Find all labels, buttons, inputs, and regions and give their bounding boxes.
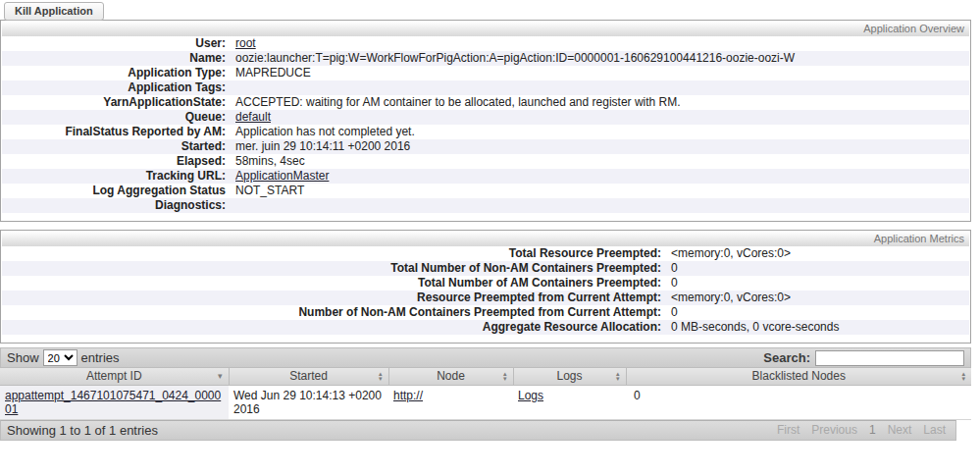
table-length-search-bar: Show 20 entries Search:	[0, 347, 971, 368]
info-row-started: Started: mer. juin 29 10:14:11 +0200 201…	[2, 139, 969, 154]
attempt-row: appattempt_1467101075471_0424_000001 Wed…	[0, 385, 971, 419]
info-value: ACCEPTED: waiting for AM container to be…	[233, 95, 681, 110]
info-value: mer. juin 29 10:14:11 +0200 2016	[233, 139, 410, 154]
column-label: Attempt ID	[86, 369, 142, 383]
info-label: Elapsed:	[2, 154, 233, 169]
column-header-blacklisted-nodes[interactable]: Blacklisted Nodes	[626, 368, 971, 385]
metric-row-non-am-containers-current-attempt: Number of Non-AM Containers Preempted fr…	[2, 305, 969, 320]
metric-row-resource-preempted-current-attempt: Resource Preempted from Current Attempt:…	[2, 291, 969, 305]
info-label: Diagnostics:	[2, 198, 233, 213]
metric-row-aggregate-resource-allocation: Aggregate Resource Allocation: 0 MB-seco…	[2, 320, 969, 335]
column-label: Node	[437, 369, 465, 383]
info-row-name: Name: oozie:launcher:T=pig:W=WorkFlowFor…	[2, 51, 969, 66]
table-footer-bar: Showing 1 to 1 of 1 entries First Previo…	[0, 420, 956, 441]
sort-both-icon	[616, 371, 620, 381]
application-metrics-header: Application Metrics	[2, 232, 969, 246]
info-row-diagnostics: Diagnostics:	[2, 198, 969, 213]
pagination-page-1-button[interactable]: 1	[869, 423, 876, 437]
info-label: YarnApplicationState:	[2, 95, 233, 110]
info-label: Application Tags:	[2, 80, 233, 95]
search-input[interactable]	[815, 350, 964, 366]
info-row-elapsed: Elapsed: 58mins, 4sec	[2, 154, 969, 169]
info-row-user: User: root	[2, 36, 969, 51]
info-value: 58mins, 4sec	[233, 154, 305, 169]
metric-row-total-resource-preempted: Total Resource Preempted: <memory:0, vCo…	[2, 246, 969, 261]
info-label: Started:	[2, 139, 233, 154]
info-row-application-tags: Application Tags:	[2, 80, 969, 95]
info-label: FinalStatus Reported by AM:	[2, 125, 233, 139]
pagination-last-button[interactable]: Last	[923, 423, 946, 437]
sort-desc-icon	[218, 372, 223, 381]
column-header-logs[interactable]: Logs	[513, 368, 626, 385]
node-link[interactable]: http://	[393, 389, 423, 402]
info-label: Queue:	[2, 110, 233, 125]
pagination-next-button[interactable]: Next	[888, 423, 912, 437]
entries-label: entries	[81, 350, 120, 365]
table-info-text: Showing 1 to 1 of 1 entries	[7, 423, 158, 438]
metric-row-non-am-containers-preempted: Total Number of Non-AM Containers Preemp…	[2, 261, 969, 276]
blacklisted-nodes-cell: 0	[626, 385, 971, 419]
queue-link[interactable]: default	[235, 110, 271, 124]
info-label: Name:	[2, 51, 233, 66]
pagination-previous-button[interactable]: Previous	[811, 423, 857, 437]
column-header-attempt-id[interactable]: Attempt ID	[0, 368, 229, 385]
info-value: MAPREDUCE	[233, 66, 311, 80]
info-value: default	[233, 110, 271, 125]
info-value: NOT_START	[233, 184, 304, 198]
show-label: Show	[7, 350, 39, 365]
info-row-tracking-url: Tracking URL: ApplicationMaster	[2, 169, 969, 184]
info-label: Log Aggregation Status	[2, 184, 233, 198]
info-label: Total Number of Non-AM Containers Preemp…	[2, 261, 669, 276]
attempts-table-wrapper: Show 20 entries Search: Attempt ID	[0, 347, 971, 441]
pagination: First Previous 1 Next Last	[777, 423, 950, 437]
attempt-id-cell: appattempt_1467101075471_0424_000001	[0, 385, 229, 419]
info-value: Application has not completed yet.	[233, 125, 415, 139]
info-label: Application Type:	[2, 66, 233, 80]
info-value: <memory:0, vCores:0>	[669, 291, 791, 305]
tracking-url-link[interactable]: ApplicationMaster	[235, 169, 329, 183]
user-link[interactable]: root	[235, 36, 256, 50]
logs-cell: Logs	[513, 385, 626, 419]
column-label: Started	[289, 369, 328, 383]
column-header-node[interactable]: Node	[388, 368, 513, 385]
column-label: Logs	[556, 369, 582, 383]
sort-both-icon	[503, 371, 507, 381]
page-size-select[interactable]: 20	[43, 349, 77, 366]
info-row-yarn-application-state: YarnApplicationState: ACCEPTED: waiting …	[2, 95, 969, 110]
info-label: Total Resource Preempted:	[2, 246, 669, 261]
info-row-log-aggregation-status: Log Aggregation Status NOT_START	[2, 184, 969, 198]
info-label: Tracking URL:	[2, 169, 233, 184]
node-cell: http://	[388, 385, 513, 419]
column-header-started[interactable]: Started	[229, 368, 388, 385]
info-row-application-type: Application Type: MAPREDUCE	[2, 66, 969, 80]
application-overview-header: Application Overview	[2, 22, 969, 36]
info-value: 0	[669, 276, 678, 291]
pagination-first-button[interactable]: First	[777, 423, 799, 437]
column-label: Blacklisted Nodes	[752, 369, 846, 383]
application-metrics-section: Application Metrics Total Resource Preem…	[0, 230, 971, 344]
search-label: Search:	[763, 350, 810, 365]
application-overview-section: Application Overview User: root Name: oo…	[0, 20, 971, 222]
info-row-final-status: FinalStatus Reported by AM: Application …	[2, 125, 969, 139]
sort-both-icon	[379, 371, 383, 381]
logs-link[interactable]: Logs	[518, 389, 543, 402]
toolbar: Kill Application	[0, 0, 980, 20]
info-label: Resource Preempted from Current Attempt:	[2, 291, 669, 305]
info-value: 0 MB-seconds, 0 vcore-seconds	[669, 320, 839, 335]
info-value: 0	[669, 305, 678, 320]
info-value: root	[233, 36, 256, 51]
yarn-application-page: Kill Application Application Overview Us…	[0, 0, 980, 441]
info-value: ApplicationMaster	[233, 169, 329, 184]
info-label: User:	[2, 36, 233, 51]
info-value	[233, 80, 235, 95]
started-cell: Wed Jun 29 10:14:13 +0200 2016	[229, 385, 388, 419]
kill-application-button[interactable]: Kill Application	[4, 2, 104, 21]
info-label: Aggregate Resource Allocation:	[2, 320, 669, 335]
attempt-id-link[interactable]: appattempt_1467101075471_0424_000001	[5, 389, 221, 416]
attempts-header-row: Attempt ID Started Node Logs	[0, 368, 971, 385]
info-label: Number of Non-AM Containers Preempted fr…	[2, 305, 669, 320]
info-value: oozie:launcher:T=pig:W=WorkFlowForPigAct…	[233, 51, 795, 66]
info-value	[233, 198, 235, 213]
attempts-table: Attempt ID Started Node Logs	[0, 368, 971, 420]
info-label: Total Number of AM Containers Preempted:	[2, 276, 669, 291]
